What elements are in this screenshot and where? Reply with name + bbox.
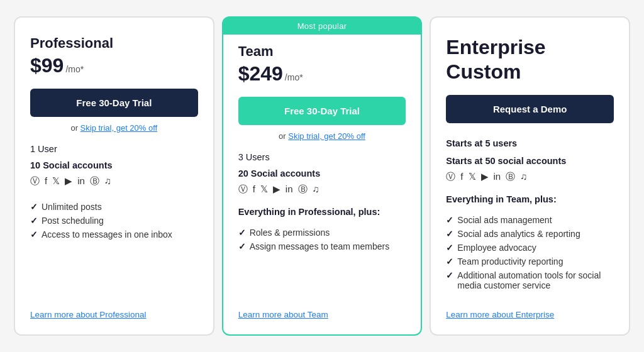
cta-button-professional[interactable]: Free 30-Day Trial (30, 89, 198, 117)
users-professional: 1 User (30, 144, 198, 154)
cta-button-team[interactable]: Free 30-Day Trial (238, 97, 406, 125)
extra-features-label-enterprise: Everything in Team, plus: (446, 194, 614, 204)
icon-pinterest-ent: Ⓑ (506, 171, 515, 183)
checklist-item: Team productivity reporting (446, 255, 614, 268)
checklist-item: Social ads analytics & reporting (446, 227, 614, 241)
icon-instagram-ent: Ⓥ (446, 171, 455, 183)
icon-linkedin-team: in (286, 184, 293, 195)
learn-more-enterprise[interactable]: Learn more about Enterprise (446, 297, 614, 319)
accounts-team: 20 Social accounts (238, 168, 406, 179)
plan-price-row-professional: $99 /mo* (30, 54, 198, 77)
checklist-item: Post scheduling (30, 214, 198, 228)
icon-pinterest-pro: Ⓑ (90, 175, 99, 187)
icon-tiktok-pro: ♫ (104, 175, 111, 187)
skip-trial-team: or Skip trial, get 20% off (238, 131, 406, 141)
accounts-professional: 10 Social accounts (30, 160, 198, 170)
plan-price-suffix-team: /mo* (285, 72, 303, 82)
skip-trial-link-professional[interactable]: Skip trial, get 20% off (80, 123, 158, 133)
icon-linkedin-ent: in (494, 171, 501, 183)
plan-price-professional: $99 (30, 54, 64, 77)
checklist-item: Additional automation tools for social m… (446, 268, 614, 292)
icon-pinterest-team: Ⓑ (298, 184, 308, 195)
social-icons-team: Ⓥ f 𝕏 ▶ in Ⓑ ♫ (238, 184, 406, 195)
plan-name-enterprise: Enterprise Custom (446, 35, 614, 84)
icon-facebook-ent: f (460, 171, 463, 183)
social-icons-professional: Ⓥ f 𝕏 ▶ in Ⓑ ♫ (30, 175, 198, 187)
icon-facebook-team: f (253, 184, 255, 195)
pricing-container: Professional $99 /mo* Free 30-Day Trial … (14, 16, 630, 336)
learn-more-team[interactable]: Learn more about Team (238, 297, 406, 319)
checklist-team: Roles & permissions Assign messages to t… (238, 226, 406, 253)
checklist-item: Roles & permissions (238, 226, 406, 239)
checklist-professional: Unlimited posts Post scheduling Access t… (30, 200, 198, 241)
checklist-item: Employee advocacy (446, 241, 614, 255)
plan-price-row-team: $249 /mo* (238, 62, 406, 85)
icon-twitter-pro: 𝕏 (52, 175, 60, 187)
icon-youtube-ent: ▶ (481, 171, 489, 183)
plan-card-enterprise: Enterprise Custom Request a Demo Starts … (430, 16, 630, 336)
plan-name-team: Team (238, 43, 406, 60)
icon-instagram-team: Ⓥ (238, 184, 248, 195)
icon-youtube-pro: ▶ (65, 175, 72, 187)
icon-instagram-pro: Ⓥ (30, 175, 40, 187)
starts-at-users: Starts at 5 users (446, 138, 614, 148)
icon-linkedin-pro: in (77, 175, 85, 187)
plan-price-suffix-professional: /mo* (65, 64, 84, 74)
icon-facebook-pro: f (45, 175, 47, 187)
cta-button-enterprise[interactable]: Request a Demo (446, 95, 614, 123)
checklist-item: Access to messages in one inbox (30, 228, 198, 241)
icon-youtube-team: ▶ (273, 184, 280, 195)
icon-tiktok-ent: ♫ (520, 171, 527, 183)
users-team: 3 Users (238, 152, 406, 162)
icon-twitter-team: 𝕏 (260, 184, 268, 195)
checklist-item: Social ads management (446, 213, 614, 227)
extra-features-label-team: Everything in Professional, plus: (238, 207, 406, 217)
icon-tiktok-team: ♫ (313, 184, 319, 195)
plan-name-professional: Professional (30, 35, 198, 52)
social-icons-enterprise: Ⓥ f 𝕏 ▶ in Ⓑ ♫ (446, 171, 614, 183)
checklist-item: Unlimited posts (30, 200, 198, 214)
starts-at-accounts: Starts at 50 social accounts (446, 156, 614, 166)
icon-twitter-ent: 𝕏 (469, 171, 476, 183)
learn-more-professional[interactable]: Learn more about Professional (30, 297, 198, 319)
plan-price-team: $249 (238, 62, 283, 85)
plan-card-professional: Professional $99 /mo* Free 30-Day Trial … (14, 16, 214, 336)
plan-card-team: Most popular Team $249 /mo* Free 30-Day … (222, 16, 423, 336)
most-popular-badge: Most popular (223, 18, 421, 35)
checklist-item: Assign messages to team members (238, 239, 406, 253)
skip-trial-link-team[interactable]: Skip trial, get 20% off (288, 131, 365, 141)
skip-trial-professional: or Skip trial, get 20% off (30, 123, 198, 133)
checklist-enterprise: Social ads management Social ads analyti… (446, 213, 614, 292)
